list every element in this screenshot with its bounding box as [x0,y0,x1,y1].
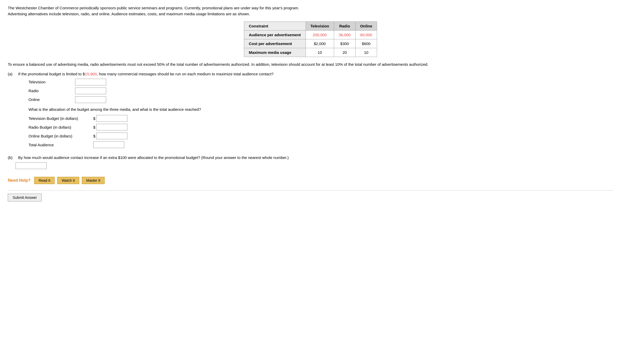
submit-button[interactable]: Submit Answer [8,194,42,201]
total-audience-input[interactable] [93,141,124,148]
row-cost-label: Cost per advertisement [244,39,306,48]
online-input[interactable] [75,96,106,103]
part-a-header: (a) If the promotional budget is limited… [8,72,613,76]
budget-amount: 15,900 [85,72,97,76]
part-b-input-row [16,162,613,169]
row-audience-radio: 36,000 [334,31,355,39]
online-budget-input[interactable] [96,133,127,139]
table-row: Maximum media usage 10 20 10 [244,48,377,57]
watch-it-button[interactable]: Watch It [57,177,79,184]
radio-budget-label: Radio Budget (in dollars) [28,125,93,129]
television-label: Television [28,80,75,84]
intro-line2: Advertising alternatives include televis… [8,12,250,16]
table-row: Cost per advertisement $2,000 $300 $600 [244,39,377,48]
television-input[interactable] [75,79,106,85]
total-audience-row: Total Audience [28,141,613,148]
constraints-table: Constraint Television Radio Online Audie… [244,21,377,57]
online-row: Online [28,96,613,103]
radio-budget-row: Radio Budget (in dollars) $ [28,124,613,130]
tv-budget-input[interactable] [96,115,127,122]
row-max-label: Maximum media usage [244,48,306,57]
radio-label: Radio [28,89,75,93]
row-cost-tv: $2,000 [306,39,334,48]
read-it-button[interactable]: Read It [34,177,55,184]
part-b-question: By how much would audience contact incre… [18,155,289,160]
online-budget-row: Online Budget (in dollars) $ [28,133,613,139]
total-audience-label: Total Audience [28,143,93,147]
part-b-container: (b) By how much would audience contact i… [8,155,613,169]
need-help-section: Need Help? Read It Watch It Master It [8,177,613,184]
table-row: Audience per advertisement 200,000 36,00… [244,31,377,39]
television-row: Television [28,79,613,85]
tv-dollar-sign: $ [93,116,95,121]
col-online: Online [355,22,377,31]
radio-dollar-sign: $ [93,125,95,129]
online-label: Online [28,97,75,102]
tv-budget-label: Television Budget (in dollars) [28,116,93,121]
submit-section: Submit Answer [8,190,613,201]
part-a-letter: (a) [8,72,16,76]
radio-input[interactable] [75,88,106,94]
col-radio: Radio [334,22,355,31]
online-dollar-sign: $ [93,134,95,138]
online-budget-label: Online Budget (in dollars) [28,134,93,138]
intro-line1: The Westchester Chamber of Commerce peri… [8,6,299,10]
balanced-text: To ensure a balanced use of advertising … [8,62,613,68]
row-max-online: 10 [355,48,377,57]
sub-question: What is the allocation of the budget amo… [28,107,613,113]
row-cost-online: $600 [355,39,377,48]
part-b-letter: (b) [8,155,16,160]
part-b-input[interactable] [16,162,47,169]
row-audience-label: Audience per advertisement [244,31,306,39]
radio-budget-input[interactable] [96,124,127,130]
row-max-tv: 10 [306,48,334,57]
col-constraint: Constraint [244,22,306,31]
part-a-question: If the promotional budget is limited to … [18,72,273,76]
row-audience-online: 80,000 [355,31,377,39]
col-television: Television [306,22,334,31]
part-b-header: (b) By how much would audience contact i… [8,155,613,160]
tv-budget-row: Television Budget (in dollars) $ [28,115,613,122]
need-help-label: Need Help? [8,178,31,183]
master-it-button[interactable]: Master It [82,177,105,184]
row-audience-tv: 200,000 [306,31,334,39]
row-max-radio: 20 [334,48,355,57]
row-cost-radio: $300 [334,39,355,48]
radio-row: Radio [28,88,613,94]
intro-text: The Westchester Chamber of Commerce peri… [8,5,613,17]
